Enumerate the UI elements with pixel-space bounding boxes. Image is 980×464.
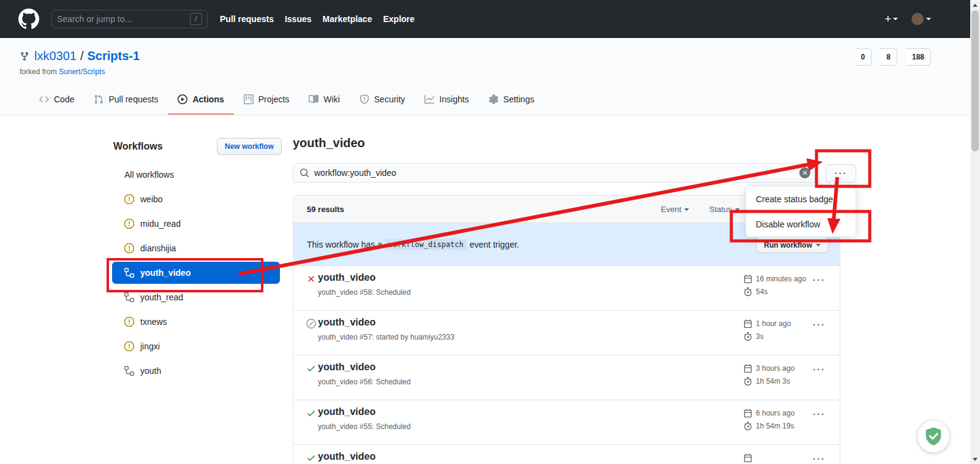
chevron-down-icon	[735, 208, 740, 211]
top-header: / Pull requests Issues Marketplace Explo…	[0, 0, 980, 38]
run-date: 3 hours ago	[756, 364, 794, 373]
watch-count[interactable]: 0	[855, 48, 872, 66]
create-new-menu[interactable]: +	[884, 13, 898, 26]
run-workflow-button[interactable]: Run workflow	[756, 237, 829, 253]
sidebar-item-youth-read[interactable]: youth_read	[112, 285, 280, 310]
menu-item-disable-workflow[interactable]: Disable workflow	[746, 211, 856, 237]
tab-projects[interactable]: Projects	[234, 85, 300, 115]
run-title-link[interactable]: youth_video	[318, 317, 375, 328]
repo-header: lxk0301 / Scripts-1 forked from Sunert/S…	[0, 38, 980, 115]
notice-text: This workflow has a	[307, 240, 382, 249]
github-logo-icon[interactable]	[18, 9, 39, 29]
workflows-sidebar: Workflows New workflow All workflows wei…	[98, 134, 282, 383]
adblock-shield-badge[interactable]	[918, 420, 949, 452]
nav-explore[interactable]: Explore	[383, 14, 414, 24]
triangle-up-icon	[973, 4, 978, 7]
nav-pull-requests[interactable]: Pull requests	[220, 14, 274, 24]
user-menu[interactable]	[911, 13, 931, 25]
nav-marketplace[interactable]: Marketplace	[323, 14, 372, 24]
run-title-link[interactable]: youth_video	[318, 272, 375, 283]
workflow-icon	[124, 292, 134, 302]
repo-name-link[interactable]: Scripts-1	[88, 49, 140, 63]
tab-insights[interactable]: Insights	[415, 85, 478, 115]
check-icon	[306, 453, 316, 463]
fork-source-link[interactable]: Sunert/Scripts	[59, 67, 105, 76]
warning-icon	[124, 341, 134, 351]
sidebar-item-weibo[interactable]: weibo	[112, 187, 280, 211]
repo-owner-link[interactable]: lxk0301	[34, 49, 77, 63]
run-options-button[interactable]: ···	[813, 275, 826, 285]
warning-icon	[124, 219, 134, 229]
tab-settings[interactable]: Settings	[479, 85, 545, 115]
calendar-icon	[744, 275, 752, 283]
top-nav: Pull requests Issues Marketplace Explore	[220, 14, 415, 24]
repo-forked-icon	[20, 51, 29, 61]
stopwatch-icon	[744, 287, 752, 296]
run-duration: 1h 54m 19s	[756, 422, 794, 430]
scrollbar-thumb[interactable]	[971, 10, 979, 151]
run-title-link[interactable]: youth_video	[318, 451, 375, 462]
calendar-icon	[744, 454, 752, 462]
sidebar-item-all-workflows[interactable]: All workflows	[112, 162, 280, 187]
github-actions-page: / Pull requests Issues Marketplace Explo…	[0, 0, 980, 464]
sidebar-item-youth-video[interactable]: youth_video	[112, 262, 280, 284]
scrollbar-down-button[interactable]	[970, 454, 980, 464]
calendar-icon	[744, 409, 752, 417]
tab-code[interactable]: Code	[29, 85, 84, 115]
event-filter[interactable]: Event	[661, 196, 689, 223]
run-duration: 54s	[756, 287, 767, 296]
workflow-search: ✕	[293, 163, 817, 183]
run-row: youth_video youth_video #55: Scheduled 6…	[293, 400, 840, 445]
stopwatch-icon	[744, 377, 752, 386]
star-count[interactable]: 8	[880, 48, 897, 66]
fork-count[interactable]: 188	[906, 48, 931, 66]
run-title-link[interactable]: youth_video	[318, 362, 375, 373]
project-icon	[244, 94, 254, 104]
page-scrollbar	[970, 0, 980, 464]
run-title-link[interactable]: youth_video	[318, 406, 375, 417]
run-subtitle: youth_video #58: Scheduled	[318, 288, 410, 297]
sidebar-item-midu-read[interactable]: midu_read	[112, 211, 280, 236]
notice-code: workflow_dispatch	[385, 239, 467, 250]
stopwatch-icon	[744, 332, 752, 341]
run-date: 16 minutes ago	[756, 275, 806, 283]
global-search-input[interactable]	[57, 14, 190, 24]
check-icon	[306, 363, 316, 373]
sidebar-item-txnews[interactable]: txnews	[112, 310, 280, 334]
menu-item-create-status-badge[interactable]: Create status badge	[746, 186, 856, 211]
scrollbar-up-button[interactable]	[970, 0, 980, 10]
workflow-search-input[interactable]	[314, 168, 799, 178]
clear-search-button[interactable]: ✕	[799, 167, 810, 178]
repo-title: lxk0301 / Scripts-1	[20, 49, 140, 63]
run-options-button[interactable]: ···	[813, 364, 826, 375]
run-row: youth_video youth_video #56: Scheduled 3…	[293, 356, 840, 400]
notice-text: event trigger.	[470, 240, 519, 249]
run-options-button[interactable]: ···	[813, 454, 826, 464]
workflow-options-menu: Create status badge Disable workflow	[745, 186, 856, 237]
fork-button[interactable]: Fork 188	[906, 48, 931, 66]
sidebar-item-dianshijia[interactable]: dianshijia	[112, 236, 280, 261]
nav-issues[interactable]: Issues	[285, 14, 312, 24]
workflow-options-button[interactable]: ···	[826, 164, 856, 183]
new-workflow-button[interactable]: New workflow	[217, 138, 282, 155]
warning-icon	[124, 243, 134, 253]
stopwatch-icon	[744, 422, 752, 430]
run-options-button[interactable]: ···	[813, 409, 826, 419]
sidebar-item-youth[interactable]: youth	[112, 359, 280, 383]
code-icon	[39, 94, 49, 104]
tab-actions[interactable]: Actions	[168, 85, 233, 115]
workflow-icon	[124, 268, 134, 278]
unstar-button[interactable]: Unstar 8	[880, 48, 897, 66]
chevron-down-icon	[893, 18, 898, 20]
tab-security[interactable]: Security	[350, 85, 415, 115]
pull-request-icon	[94, 94, 104, 104]
run-options-button[interactable]: ···	[813, 319, 826, 330]
sidebar-item-jingxi[interactable]: jingxi	[112, 334, 280, 359]
chevron-down-icon	[684, 208, 689, 211]
cancelled-icon	[306, 319, 316, 329]
graph-icon	[424, 94, 434, 104]
tab-pull-requests[interactable]: Pull requests	[84, 85, 168, 115]
watch-button[interactable]: Watch 0	[855, 48, 872, 66]
status-filter[interactable]: Status	[709, 196, 740, 223]
tab-wiki[interactable]: Wiki	[299, 85, 349, 115]
